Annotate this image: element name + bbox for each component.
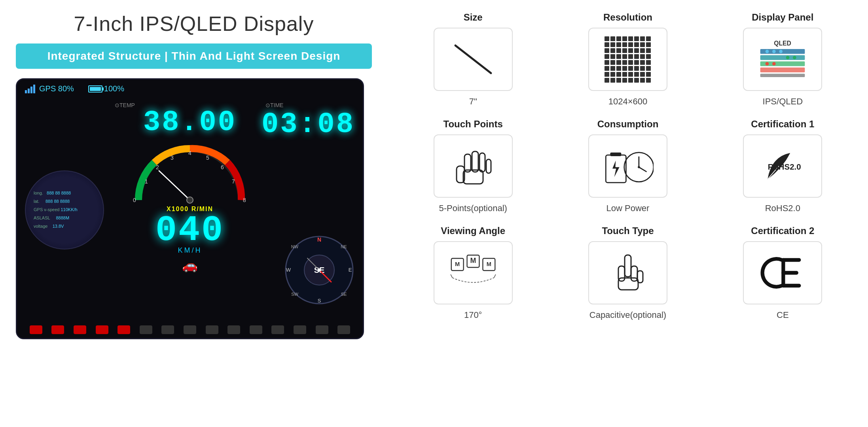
svg-rect-43: [479, 153, 485, 172]
svg-text:8: 8: [243, 197, 246, 203]
time-area: ⊙TIME 03:08: [262, 98, 355, 141]
left-section: 7-Inch IPS/QLED Dispaly Integrated Struc…: [16, 8, 372, 419]
kmh-label: KM/H: [178, 246, 202, 255]
svg-text:SE: SE: [341, 292, 347, 297]
bottom-bar: [17, 321, 363, 338]
dot-10: [227, 325, 240, 334]
svg-point-37: [766, 62, 769, 66]
spec-viewing-angle-icon-box: M M M: [434, 241, 513, 304]
spec-display-panel-value: IPS/QLED: [763, 96, 803, 107]
spec-cert1-icon-box: RoHS2.0: [743, 134, 822, 198]
spec-cert1-label: Certification 1: [751, 119, 814, 130]
dot-15: [337, 325, 350, 334]
svg-rect-31: [760, 74, 805, 77]
car-icon: 🚗: [182, 258, 198, 273]
spec-consumption: Consumption Low Power: [558, 119, 697, 214]
dot-5: [118, 325, 130, 334]
spec-cert2: Certification 2 CE: [713, 225, 852, 320]
svg-rect-42: [472, 151, 478, 172]
svg-text:N: N: [317, 236, 321, 243]
svg-point-35: [786, 56, 790, 59]
spec-size-label: Size: [464, 12, 483, 23]
dot-3: [74, 325, 86, 334]
spec-touch-type-label: Touch Type: [602, 225, 654, 236]
spec-resolution-icon-box: [588, 28, 667, 91]
spec-display-panel-icon-box: QLED: [743, 28, 822, 91]
svg-text:4: 4: [188, 150, 191, 156]
spec-resolution-label: Resolution: [603, 12, 652, 23]
svg-line-25: [455, 45, 491, 73]
spec-touch-points-icon-box: [434, 134, 513, 198]
speed-value: 040: [155, 213, 224, 248]
spec-cert2-label: Certification 2: [751, 225, 814, 236]
dot-12: [271, 325, 284, 334]
svg-text:NE: NE: [341, 244, 347, 249]
spec-size-icon-box: [434, 28, 513, 91]
spec-resolution: Resolution 1024×600: [558, 12, 697, 107]
svg-text:W: W: [286, 267, 291, 273]
dot-11: [250, 325, 262, 334]
dot-7: [161, 325, 174, 334]
resolution-grid: [605, 36, 651, 83]
temp-label: ⊙TEMP: [115, 102, 135, 108]
svg-point-10: [187, 197, 193, 203]
svg-text:M: M: [470, 257, 476, 265]
svg-text:SW: SW: [291, 292, 298, 297]
status-bar: GPS 80% 100%: [17, 79, 363, 98]
svg-line-9: [159, 171, 190, 200]
svg-rect-44: [486, 159, 491, 173]
dot-1: [30, 325, 42, 334]
spec-touch-points-value: 5-Points(optional): [439, 203, 507, 214]
speedo-area: ⊙TEMP 38.00: [111, 98, 269, 273]
svg-text:3: 3: [171, 155, 174, 161]
svg-line-61: [494, 274, 495, 278]
dot-13: [294, 325, 306, 334]
svg-rect-46: [610, 153, 621, 156]
spec-consumption-icon-box: [588, 134, 667, 198]
spec-display-panel-label: Display Panel: [752, 12, 813, 23]
spec-cert1-value: RoHS2.0: [765, 203, 800, 214]
svg-line-50: [639, 167, 646, 172]
svg-point-51: [638, 166, 640, 168]
svg-point-24: [318, 268, 321, 272]
dot-2: [51, 325, 64, 334]
dot-6: [140, 325, 152, 334]
dot-9: [206, 325, 218, 334]
dot-4: [96, 325, 108, 334]
temp-value: 38.00: [143, 106, 237, 139]
gps-status: GPS 80%: [39, 84, 74, 93]
svg-text:E: E: [349, 267, 352, 273]
svg-point-38: [772, 62, 776, 66]
spec-touch-type: Touch Type Capacitive(optional): [558, 225, 697, 320]
spec-consumption-value: Low Power: [606, 203, 650, 214]
spec-size: Size 7": [404, 12, 542, 107]
svg-point-34: [779, 50, 783, 53]
svg-marker-47: [612, 161, 620, 177]
svg-text:RoHS2.0: RoHS2.0: [768, 162, 801, 171]
svg-rect-28: [760, 55, 805, 60]
battery-indicator: 100%: [88, 84, 124, 93]
svg-rect-62: [625, 255, 631, 277]
spec-touch-type-icon-box: [588, 241, 667, 304]
compass: N S W E NW NE SW SE SE: [284, 234, 355, 306]
spec-cert2-icon-box: [743, 241, 822, 304]
svg-rect-45: [606, 155, 626, 183]
svg-text:M: M: [455, 261, 460, 267]
spec-resolution-value: 1024×600: [608, 96, 648, 107]
gauge-container: 0 1 2 3 4 5 6 7: [131, 141, 249, 204]
svg-text:0: 0: [133, 197, 136, 203]
dot-14: [316, 325, 328, 334]
svg-rect-41: [464, 154, 471, 172]
spec-size-value: 7": [469, 96, 477, 107]
svg-text:5: 5: [206, 155, 209, 161]
right-section: Size 7" Resolution: [372, 8, 852, 419]
battery-percent: 100%: [104, 84, 124, 93]
spec-touch-type-value: Capacitive(optional): [589, 310, 666, 320]
dashboard-area: long. 888 88 8888 lat. 888 88 8888 GPS v…: [17, 98, 363, 321]
svg-text:M: M: [486, 261, 491, 267]
time-value: 03:08: [262, 108, 355, 141]
screen-mockup: GPS 80% 100% long. 888 88 8888 lat. 888 …: [16, 78, 364, 339]
spec-cert2-value: CE: [777, 310, 789, 320]
feature-banner: Integrated Structure | Thin And Light Sc…: [16, 43, 372, 69]
svg-rect-66: [618, 278, 638, 290]
